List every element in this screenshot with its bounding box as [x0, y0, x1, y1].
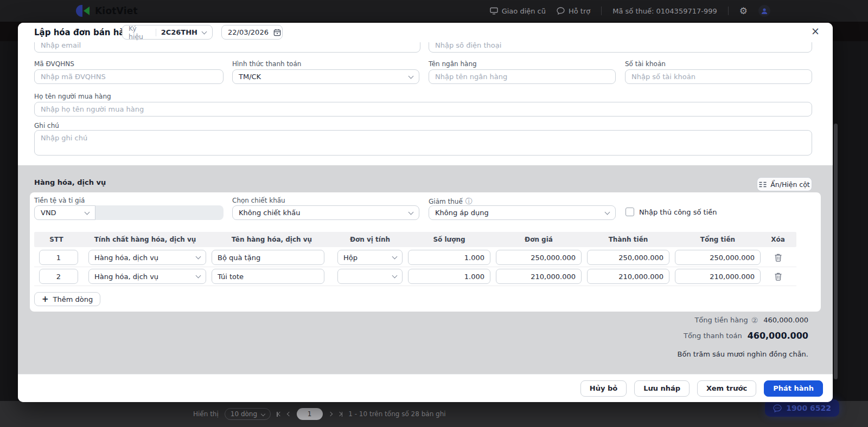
- items-section-title: Hàng hóa, dịch vụ: [34, 178, 106, 186]
- total-input[interactable]: [675, 250, 761, 265]
- total-value: 460,000.000: [748, 331, 808, 341]
- stt-input[interactable]: [39, 269, 78, 284]
- items-section: Hàng hóa, dịch vụ Ẩn/Hiện cột Tiền tệ và…: [18, 165, 833, 374]
- buyer-name-field[interactable]: [34, 102, 812, 117]
- prev-page-button[interactable]: [288, 412, 291, 416]
- topbar: KiotViet Giao diện cũ Hỗ trợ Mã số thuế:…: [0, 0, 868, 22]
- toggle-columns-button[interactable]: Ẩn/Hiện cột: [757, 177, 812, 191]
- subtotal-label: Tổng tiền hàng ②: [694, 316, 758, 324]
- discount-label: Chọn chiết khấu: [232, 197, 285, 204]
- subtotal-info-icon: ②: [751, 316, 758, 324]
- chevron-down-icon: [392, 254, 398, 260]
- item-type-select[interactable]: Hàng hóa, dịch vụ: [88, 250, 206, 265]
- brand: KiotViet: [76, 4, 138, 17]
- chevron-down-icon: [605, 209, 610, 215]
- chevron-down-icon: [261, 412, 265, 416]
- bank-account-field[interactable]: [625, 69, 812, 84]
- payment-method-select[interactable]: TM/CK: [232, 69, 419, 84]
- close-icon[interactable]: ×: [811, 26, 820, 36]
- chevron-down-icon: [196, 254, 201, 260]
- quantity-input[interactable]: [408, 269, 490, 284]
- cancel-button[interactable]: Hủy bỏ: [580, 380, 627, 397]
- subtotal-value: 460,000.000: [763, 316, 808, 324]
- modal-title: Lập hóa đơn bán hàng: [34, 28, 136, 37]
- chevron-down-icon: [196, 273, 201, 279]
- gear-icon[interactable]: ⚙: [739, 7, 748, 16]
- tax-code: Mã số thuế: 0104359717-999: [612, 7, 717, 15]
- old-ui-button[interactable]: Giao diện cũ: [490, 7, 546, 15]
- unit-price-input[interactable]: [496, 250, 582, 265]
- currency-label: Tiền tệ và tỉ giá: [34, 197, 85, 204]
- unit-select[interactable]: [337, 269, 403, 284]
- add-row-button[interactable]: + Thêm dòng: [34, 292, 100, 306]
- topbar-divider: [728, 7, 729, 15]
- invoice-modal: Lập hóa đơn bán hàng Ký hiệu 2C26THH 22/…: [18, 23, 833, 402]
- symbol-select[interactable]: Ký hiệu 2C26THH: [122, 25, 213, 40]
- scrollbar-thumb[interactable]: [834, 124, 838, 379]
- note-label: Ghi chú: [34, 122, 59, 130]
- total-label: Tổng thanh toán: [684, 332, 742, 340]
- topbar-divider: [601, 7, 602, 15]
- items-card: Tiền tệ và tỉ giá VND Chọn chiết khấu Kh…: [30, 192, 821, 312]
- columns-icon: [759, 182, 767, 187]
- stt-input[interactable]: [39, 250, 78, 265]
- brand-text: KiotViet: [95, 5, 138, 16]
- amount-input[interactable]: [587, 250, 669, 265]
- budget-code-field[interactable]: [34, 69, 224, 84]
- chat-dots-icon: [773, 404, 782, 412]
- discount-select[interactable]: Không chiết khấu: [232, 205, 419, 220]
- currency-select[interactable]: VND: [34, 205, 95, 220]
- modal-footer: Hủy bỏ Lưu nháp Xem trước Phát hành: [18, 374, 833, 402]
- chevron-down-icon: [85, 209, 90, 215]
- date-picker[interactable]: 22/03/2026: [221, 25, 283, 40]
- item-name-input[interactable]: [212, 269, 324, 284]
- support-button[interactable]: Hỗ trợ: [557, 7, 590, 15]
- buyer-name-label: Họ tên người mua hàng: [34, 93, 111, 100]
- current-page-input[interactable]: 1: [297, 408, 323, 420]
- publish-button[interactable]: Phát hành: [764, 380, 823, 397]
- amount-in-words: Bốn trăm sáu mươi nghìn đồng chẵn.: [678, 350, 808, 358]
- modal-header: Lập hóa đơn bán hàng Ký hiệu 2C26THH 22/…: [18, 23, 833, 42]
- manual-amount-label: Nhập thủ công số tiền: [639, 208, 717, 216]
- chevron-down-icon: [409, 73, 414, 79]
- avatar[interactable]: [758, 5, 770, 17]
- monitor-icon: [490, 7, 498, 15]
- bank-name-label: Tên ngân hàng: [429, 60, 477, 68]
- subtotal-row: Tổng tiền hàng ② 460,000.000: [694, 316, 808, 324]
- preview-button[interactable]: Xem trước: [697, 380, 756, 397]
- tax-reduction-select[interactable]: Không áp dụng: [429, 205, 616, 220]
- trash-icon[interactable]: [770, 269, 786, 284]
- budget-code-label: Mã ĐVQHNS: [34, 60, 74, 68]
- items-table-header: STT Tính chất hàng hóa, dịch vụ Tên hàng…: [34, 232, 796, 247]
- display-label: Hiển thị: [193, 410, 219, 418]
- note-field[interactable]: [34, 130, 812, 156]
- manual-amount-checkbox[interactable]: [626, 208, 634, 216]
- manual-amount-option: Nhập thủ công số tiền: [626, 208, 717, 216]
- plus-icon: +: [42, 295, 49, 303]
- item-name-input[interactable]: [212, 250, 324, 265]
- next-page-button[interactable]: [329, 412, 332, 416]
- kiotviet-logo-icon: [76, 4, 90, 17]
- hotline-number: 1900 6522: [786, 404, 831, 412]
- chat-bubble-icon: [557, 7, 565, 15]
- range-text: 1 - 10 trên tổng số 28 bản ghi: [348, 410, 445, 418]
- amount-in-words-row: Bốn trăm sáu mươi nghìn đồng chẵn.: [678, 350, 808, 358]
- chevron-down-icon: [202, 29, 207, 34]
- calendar-icon: [273, 29, 281, 36]
- background-pagination: Hiển thị 10 dòng 1 1 - 10 trên tổng số 2…: [193, 407, 446, 420]
- quantity-input[interactable]: [408, 250, 490, 265]
- exchange-rate-field: [95, 205, 224, 220]
- amount-input[interactable]: [587, 269, 669, 284]
- bank-name-field[interactable]: [429, 69, 616, 84]
- trash-icon[interactable]: [770, 250, 786, 265]
- save-draft-button[interactable]: Lưu nháp: [634, 380, 690, 397]
- last-page-button[interactable]: [338, 412, 343, 417]
- first-page-button[interactable]: [277, 412, 282, 417]
- unit-price-input[interactable]: [496, 269, 582, 284]
- payment-method-label: Hình thức thanh toán: [232, 60, 301, 68]
- item-type-select[interactable]: Hàng hóa, dịch vụ: [88, 269, 206, 284]
- total-input[interactable]: [675, 269, 761, 284]
- unit-select[interactable]: Hộp: [337, 250, 403, 265]
- page-size-select[interactable]: 10 dòng: [225, 408, 271, 420]
- table-row: Hàng hóa, dịch vụ: [34, 267, 796, 286]
